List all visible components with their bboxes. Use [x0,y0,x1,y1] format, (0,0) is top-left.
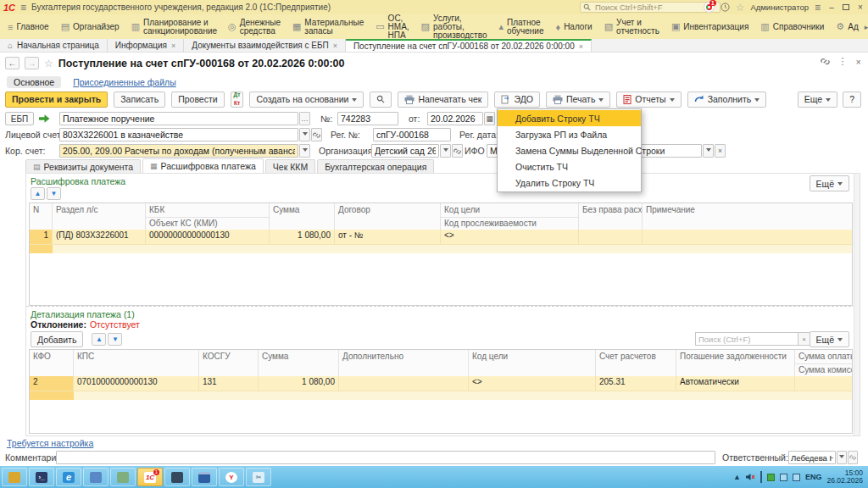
toolbar-more-button[interactable]: Еще [798,92,837,108]
back-button[interactable]: ← [5,57,19,69]
responsible-open-icon[interactable] [848,451,858,464]
close-window-button[interactable]: × [855,3,865,12]
close-tab-icon[interactable]: × [171,42,175,50]
global-search[interactable] [580,2,721,13]
personal-account-open-icon[interactable] [311,128,322,141]
system-blocks-icon[interactable] [110,468,136,486]
column-header[interactable]: Договор [335,203,441,230]
breakdown-more-button[interactable]: Ещё [810,175,849,191]
tab-home[interactable]: ⌂Начальная страница [0,39,108,52]
column-header[interactable]: КОСГУ [199,350,259,376]
column-header[interactable]: Без права расхода [579,203,643,230]
help-button[interactable]: ? [843,92,861,108]
breakdown-section-title[interactable]: Расшифровка платежа [31,176,125,186]
vertical-scrollbar[interactable] [854,174,860,435]
column-header[interactable]: Счет расчетов [596,350,676,376]
more-menu-icon[interactable]: ⋮ [838,56,848,67]
menu-item-load-rp[interactable]: Загрузка РП из Файла [498,126,641,142]
tab-ebp-documents[interactable]: Документы взаимодействия с ЕБП× [184,39,346,52]
column-header[interactable]: Примечание [643,203,852,230]
details-section-title[interactable]: Детализация платежа (1) [31,309,135,319]
column-header[interactable]: Дополнительно [339,350,469,376]
move-up-button[interactable]: ▲ [31,187,45,200]
reg-number-field[interactable] [373,128,451,141]
personal-account-field[interactable] [59,128,298,141]
column-header[interactable]: Код цели [469,350,596,376]
get-link-icon[interactable] [821,57,830,66]
tab-information[interactable]: Информация× [108,39,185,52]
table-row-secondary[interactable] [30,244,852,253]
column-header[interactable]: Код целиКод прослеживаемости [441,203,579,230]
move-down-button[interactable]: ▼ [108,333,122,346]
add-row-button[interactable]: Добавить [31,331,83,347]
create-based-on-button[interactable]: Создать на основании [249,92,364,108]
responsible-dropdown-icon[interactable] [837,451,847,464]
tab-receipt-document[interactable]: Поступление на счет спГУ-000168 от 20.02… [346,39,592,52]
clock[interactable]: 15:00 26.02.2026 [826,469,866,485]
column-header[interactable]: КПС [74,350,199,376]
section-splitter[interactable] [26,306,860,307]
details-search-input[interactable] [695,332,798,346]
date-field[interactable] [427,112,483,125]
ribbon-item-references[interactable]: ▥Справочники [754,14,830,39]
personal-account-dropdown-icon[interactable] [299,128,310,141]
nav-main-tab[interactable]: Основное [7,76,61,88]
ribbon-item-inventory[interactable]: ▣Инвентаризация [665,14,754,39]
calendar-icon[interactable]: ▦ [484,112,495,125]
print-button[interactable]: Печать [546,92,610,108]
organization-field[interactable] [371,144,439,158]
document-kind-field[interactable] [59,112,298,125]
fill-button[interactable]: Заполнить [687,92,767,108]
menu-item-delete-row[interactable]: Удалить Строку ТЧ [498,175,641,191]
display-icon[interactable] [780,474,787,481]
global-search-input[interactable] [593,2,712,13]
action-center-icon[interactable] [760,472,762,482]
ifo-clear-icon[interactable]: × [715,144,726,158]
post-button[interactable]: Провести [171,92,224,108]
hidden-icons-chevron[interactable]: ▲ [733,473,741,481]
column-header[interactable]: Сумма [259,350,339,376]
close-tab-icon[interactable]: × [333,42,337,50]
menu-item-clear[interactable]: Очистить ТЧ [498,158,641,175]
ribbon-overflow-icon[interactable]: ▸ [865,23,868,31]
table-row[interactable]: 2 07010000000000130 131 1 080,00 <> 205.… [30,376,852,391]
yandex-browser-icon[interactable]: Y [219,468,244,486]
snipping-tool-icon[interactable]: ✂ [246,468,271,486]
1c-enterprise-icon[interactable]: 1С1 [137,468,163,486]
column-header[interactable]: Раздел л/с [53,203,146,230]
organization-dropdown-icon[interactable] [440,144,451,158]
clear-search-icon[interactable]: × [798,332,810,346]
ribbon-item-taxes[interactable]: ♦Налоги [550,14,598,39]
nav-attached-files-link[interactable]: Присоединенные файлы [73,77,176,87]
reports-button[interactable]: Отчеты [616,92,681,108]
subtab-payment-breakdown[interactable]: ▦Расшифровка платежа [142,158,264,173]
edo-button[interactable]: ЭДО [494,92,539,108]
ribbon-item-os-nma[interactable]: ▭ОС, НМА, НПА [370,14,415,39]
find-button[interactable] [370,92,392,108]
powershell-icon[interactable]: ›_ [29,468,54,486]
remote-desktop-icon[interactable] [164,468,190,486]
move-up-button[interactable]: ▲ [92,333,106,346]
corr-account-dropdown-icon[interactable] [299,144,310,158]
write-button[interactable]: Записать [114,92,165,108]
responsible-field[interactable] [788,451,836,464]
ribbon-item-materials[interactable]: ▦Материальные запасы [287,14,370,39]
ribbon-item-education[interactable]: ▴Платное обучение [492,14,549,39]
keyboard-icon[interactable] [793,474,800,481]
move-down-button[interactable]: ▼ [47,187,61,200]
close-document-icon[interactable]: × [856,57,861,67]
history-icon[interactable] [721,3,730,12]
minimize-button[interactable]: – [826,3,837,12]
current-user[interactable]: Администратор [750,3,809,12]
file-explorer-icon[interactable] [83,468,108,486]
ribbon-item-money[interactable]: ◎Денежные средства [222,14,287,39]
ifo-dropdown-icon[interactable] [703,144,714,158]
language-indicator[interactable]: ENG [805,473,822,481]
setup-required-link[interactable]: Требуется настройка [7,438,93,448]
table-row-secondary[interactable] [30,391,852,400]
favorite-star-icon[interactable]: ☆ [44,58,53,69]
ribbon-item-services[interactable]: ▨Услуги, работы, производство [415,14,493,39]
menu-item-replace-sum[interactable]: Замена Суммы Выделенной Строки [498,142,641,158]
details-more-button[interactable]: Ещё [810,331,849,347]
column-header[interactable]: КФО [30,350,74,376]
